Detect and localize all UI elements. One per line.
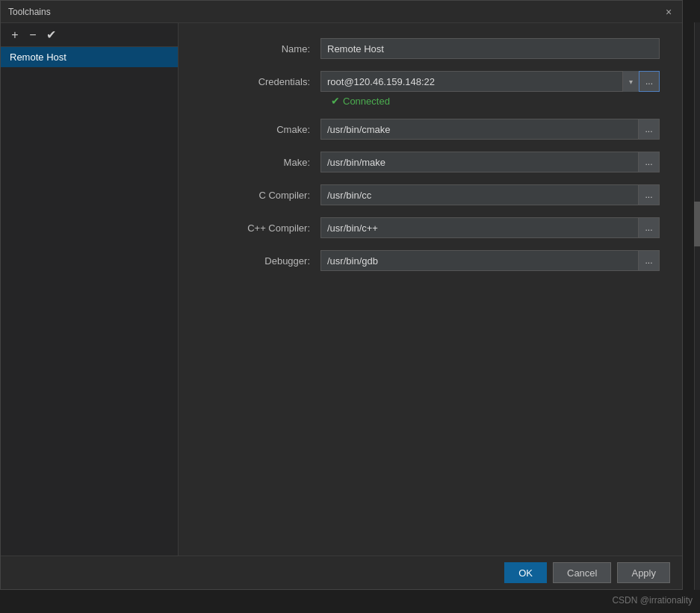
dialog-footer: OK Cancel Apply — [1, 556, 682, 589]
name-input[interactable] — [320, 38, 660, 59]
name-label: Name: — [201, 43, 320, 55]
debugger-browse-button[interactable]: ... — [639, 250, 660, 271]
cpp-compiler-row: C++ Compiler: ... — [201, 217, 660, 238]
main-panel: Name: Credentials: root@120.46.159.148:2… — [179, 23, 682, 556]
remove-icon: − — [29, 28, 36, 42]
make-row: Make: ... — [201, 152, 660, 172]
c-compiler-row: C Compiler: ... — [201, 184, 660, 205]
sidebar-item-label: Remote Host — [10, 52, 66, 63]
make-input[interactable] — [320, 152, 639, 172]
cpp-compiler-input[interactable] — [320, 217, 639, 238]
credentials-select-wrapper: root@120.46.159.148:22 ▾ — [320, 71, 639, 92]
credentials-select[interactable]: root@120.46.159.148:22 — [320, 71, 639, 92]
c-compiler-input[interactable] — [320, 184, 639, 205]
cpp-compiler-input-group: ... — [320, 217, 660, 238]
c-compiler-browse-button[interactable]: ... — [639, 184, 660, 205]
c-compiler-label: C Compiler: — [201, 190, 320, 201]
title-bar: Toolchains × — [1, 1, 682, 23]
dialog-title: Toolchains — [8, 7, 51, 17]
dialog-body: + − ✔ Remote Host Name: Cred — [1, 23, 682, 556]
make-label: Make: — [201, 157, 320, 168]
scroll-thumb[interactable] — [694, 202, 700, 246]
c-compiler-input-group: ... — [320, 184, 660, 205]
cpp-compiler-browse-button[interactable]: ... — [639, 217, 660, 238]
make-browse-button[interactable]: ... — [639, 152, 660, 172]
confirm-toolchain-button[interactable]: ✔ — [43, 27, 59, 43]
name-row: Name: — [201, 38, 660, 59]
debugger-input[interactable] — [320, 250, 639, 271]
cmake-input[interactable] — [320, 119, 639, 140]
cmake-input-group: ... — [320, 119, 660, 140]
add-toolchain-button[interactable]: + — [7, 27, 23, 43]
credentials-row: Credentials: root@120.46.159.148:22 ▾ ..… — [201, 71, 660, 92]
make-input-group: ... — [320, 152, 660, 172]
sidebar: + − ✔ Remote Host — [1, 23, 179, 556]
credentials-input-group: root@120.46.159.148:22 ▾ ... — [320, 71, 660, 92]
add-icon: + — [11, 28, 18, 42]
apply-button[interactable]: Apply — [617, 562, 670, 583]
connected-text: Connected — [343, 96, 390, 107]
cancel-button[interactable]: Cancel — [553, 562, 611, 583]
debugger-row: Debugger: ... — [201, 250, 660, 271]
debugger-input-group: ... — [320, 250, 660, 271]
close-button[interactable]: × — [663, 6, 675, 18]
cmake-browse-button[interactable]: ... — [639, 119, 660, 140]
debugger-label: Debugger: — [201, 255, 320, 267]
connected-check-icon: ✔ — [331, 95, 340, 107]
connected-status-row: ✔ Connected — [201, 95, 660, 107]
watermark: CSDN @irrationality — [612, 595, 693, 606]
cmake-label: Cmake: — [201, 124, 320, 135]
cpp-compiler-label: C++ Compiler: — [201, 223, 320, 234]
sidebar-toolbar: + − ✔ — [1, 23, 178, 47]
remove-toolchain-button[interactable]: − — [25, 27, 41, 43]
cmake-row: Cmake: ... — [201, 119, 660, 140]
check-icon: ✔ — [46, 28, 56, 42]
sidebar-item-remote-host[interactable]: Remote Host — [1, 47, 178, 67]
scrollbar[interactable] — [694, 22, 700, 590]
ok-button[interactable]: OK — [504, 562, 547, 583]
credentials-browse-button[interactable]: ... — [639, 71, 660, 92]
credentials-label: Credentials: — [201, 76, 320, 87]
